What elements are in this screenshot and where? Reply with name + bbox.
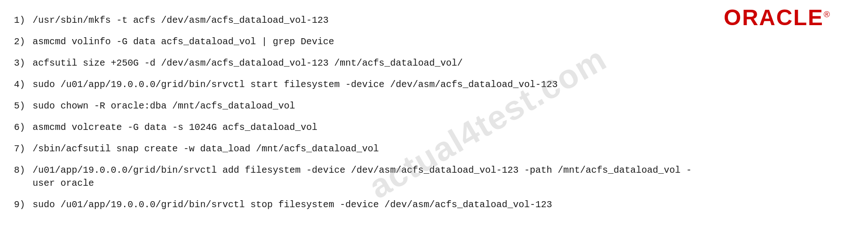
line-number-5: 5) [14, 100, 33, 113]
line-number-7: 7) [14, 142, 33, 156]
line-text-4: sudo /u01/app/19.0.0.0/grid/bin/srvctl s… [33, 78, 854, 91]
line-text-6: asmcmd volcreate -G data -s 1024G acfs_d… [33, 121, 854, 134]
line-text-1: /usr/sbin/mkfs -t acfs /dev/asm/acfs_dat… [33, 14, 854, 27]
line-number-9: 9) [14, 198, 33, 211]
page-container: ORACLE® actual4test.com 1) /usr/sbin/mkf… [0, 0, 868, 237]
line-item-5: 5) sudo chown -R oracle:dba /mnt/acfs_da… [14, 100, 854, 113]
line-item-7: 7) /sbin/acfsutil snap create -w data_lo… [14, 142, 854, 156]
line-item-3: 3) acfsutil size +250G -d /dev/asm/acfs_… [14, 57, 854, 70]
line-number-6: 6) [14, 121, 33, 134]
line-text-8-cont: user oracle [33, 177, 94, 190]
line-text-7: /sbin/acfsutil snap create -w data_load … [33, 142, 854, 156]
line-text-3: acfsutil size +250G -d /dev/asm/acfs_dat… [33, 57, 854, 70]
line-item-9: 9) sudo /u01/app/19.0.0.0/grid/bin/srvct… [14, 198, 854, 211]
line-number-4: 4) [14, 78, 33, 91]
line-item-1: 1) /usr/sbin/mkfs -t acfs /dev/asm/acfs_… [14, 14, 854, 27]
line-text-8: /u01/app/19.0.0.0/grid/bin/srvctl add fi… [33, 164, 692, 177]
content-area: 1) /usr/sbin/mkfs -t acfs /dev/asm/acfs_… [14, 14, 854, 211]
line-item-2: 2) asmcmd volinfo -G data acfs_dataload_… [14, 35, 854, 48]
line-item-4: 4) sudo /u01/app/19.0.0.0/grid/bin/srvct… [14, 78, 854, 91]
line-text-2: asmcmd volinfo -G data acfs_dataload_vol… [33, 35, 854, 48]
line-number-8: 8) [14, 164, 33, 177]
line-text-5: sudo chown -R oracle:dba /mnt/acfs_datal… [33, 100, 854, 113]
line-number-2: 2) [14, 35, 33, 48]
line-item-6: 6) asmcmd volcreate -G data -s 1024G acf… [14, 121, 854, 134]
line-number-3: 3) [14, 57, 33, 70]
line-text-9: sudo /u01/app/19.0.0.0/grid/bin/srvctl s… [33, 198, 854, 211]
line-number-1: 1) [14, 14, 33, 27]
line-item-8: 8) /u01/app/19.0.0.0/grid/bin/srvctl add… [14, 164, 854, 190]
